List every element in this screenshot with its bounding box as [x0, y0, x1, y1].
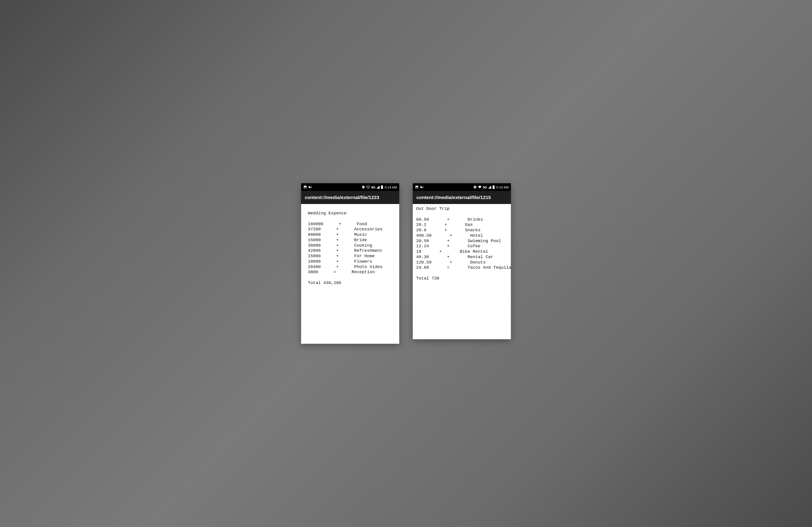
status-bar: 3G 5:14 AM: [301, 183, 399, 191]
phone-right: 3G 5:15 AM content://media/external/file…: [413, 183, 511, 339]
status-bar: 3G 5:15 AM: [413, 183, 511, 191]
document-content[interactable]: Out Door Trip 60.50 + Drinks 20.2 + Gas …: [413, 204, 511, 339]
svg-rect-5: [382, 185, 382, 186]
signal-icon: [488, 185, 492, 189]
svg-point-3: [368, 187, 368, 188]
address-bar[interactable]: content://media/external/file/1223: [301, 191, 399, 204]
battery-icon: [381, 185, 383, 189]
status-left-icons: [303, 185, 312, 189]
status-time: 5:14 AM: [385, 185, 397, 189]
do-not-disturb-icon: [473, 185, 477, 189]
address-bar[interactable]: content://media/external/file/1215: [413, 191, 511, 204]
svg-rect-8: [474, 187, 476, 187]
phone-left: 3G 5:14 AM content://media/external/file…: [301, 183, 399, 344]
status-left-icons: [415, 185, 424, 189]
status-right-icons: 3G 5:15 AM: [473, 185, 509, 189]
play-check-icon: [308, 185, 312, 189]
address-text: content://media/external/file/1215: [416, 195, 491, 200]
image-icon: [415, 185, 419, 189]
battery-icon: [492, 185, 495, 189]
wifi-icon: [366, 185, 370, 189]
screenshot-stage: 3G 5:14 AM content://media/external/file…: [288, 170, 524, 357]
svg-rect-10: [493, 185, 494, 186]
document-content[interactable]: Wedding Expence 160000 + Food 37280 + Ac…: [301, 204, 399, 344]
signal-icon: [376, 185, 380, 189]
svg-rect-9: [493, 186, 495, 189]
network-label: 3G: [483, 185, 487, 189]
svg-rect-4: [381, 186, 383, 189]
image-icon: [303, 185, 307, 189]
play-check-icon: [420, 185, 424, 189]
do-not-disturb-icon: [362, 185, 365, 189]
network-label: 3G: [371, 185, 375, 189]
address-text: content://media/external/file/1223: [305, 195, 379, 200]
wifi-icon: [478, 185, 482, 189]
status-time: 5:15 AM: [496, 185, 509, 189]
status-right-icons: 3G 5:14 AM: [362, 185, 397, 189]
svg-rect-2: [362, 187, 364, 187]
